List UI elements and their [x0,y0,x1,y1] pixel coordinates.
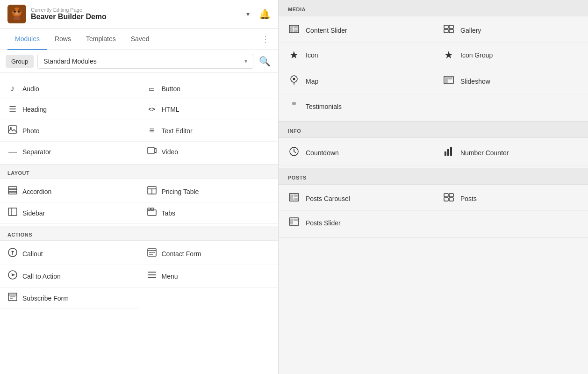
module-audio[interactable]: Audio [0,79,139,99]
module-html[interactable]: <> HTML [139,99,279,120]
svg-rect-66 [294,219,298,221]
search-button[interactable]: 🔍 [257,54,272,69]
group-select-dropdown[interactable]: Standard Modules ▾ [37,54,253,69]
tab-saved[interactable]: Saved [123,29,157,50]
module-button[interactable]: Button [139,79,279,99]
module-slideshow-label: Slideshow [460,78,490,85]
svg-rect-40 [444,25,448,29]
tab-rows[interactable]: Rows [47,29,79,50]
module-content-slider[interactable]: Content Slider [279,18,433,43]
module-contact-form-label: Contact Form [162,250,201,258]
module-heading[interactable]: Heading [0,99,139,120]
module-tabs[interactable]: Tabs [139,202,279,224]
group-select-text: Standard Modules [43,58,97,65]
module-call-to-action[interactable]: Call to Action [0,265,139,288]
svg-rect-41 [449,25,453,29]
module-separator[interactable]: Separator [0,142,139,162]
module-photo-label: Photo [22,127,40,135]
svg-rect-21 [151,208,154,210]
svg-rect-38 [294,26,298,29]
svg-point-4 [14,11,16,13]
module-text-editor[interactable]: Text Editor [139,120,279,142]
media-section-label: MEDIA [279,0,588,16]
module-subscribe-form[interactable]: Subscribe Form [0,288,139,309]
module-testimonials[interactable]: " Testimonials [279,94,433,119]
module-menu-label: Menu [162,273,178,280]
module-subscribe-form-label: Subscribe Form [22,295,69,302]
cta-icon [7,270,18,282]
group-filter-row: Group Standard Modules ▾ 🔍 [0,50,278,73]
svg-rect-10 [148,147,154,154]
module-button-label: Button [162,85,180,93]
module-sidebar[interactable]: Sidebar [0,202,139,224]
module-posts-carousel-label: Posts Carousel [306,195,350,202]
module-callout[interactable]: Callout [0,243,139,265]
audio-icon [7,84,18,94]
module-content-slider-label: Content Slider [306,27,347,34]
svg-rect-63 [449,198,453,201]
content-slider-icon [288,25,300,36]
module-number-counter[interactable]: Number Counter [433,140,588,166]
svg-rect-20 [148,208,151,210]
actions-modules-grid: Callout Contact Form Call to Action Menu [0,241,278,311]
subscribe-form-icon [7,293,18,303]
notification-bell-icon[interactable]: 🔔 [259,8,271,20]
module-gallery[interactable]: Gallery [433,18,588,43]
module-posts-carousel[interactable]: Posts Carousel [279,187,433,211]
module-posts[interactable]: Posts [433,187,588,211]
module-map-label: Map [306,78,318,85]
module-map[interactable]: Map [279,68,433,94]
module-icon[interactable]: ★ Icon [279,43,433,68]
heading-icon [7,104,18,115]
module-video[interactable]: Video [139,142,279,162]
module-posts-slider-label: Posts Slider [306,219,341,227]
number-counter-icon [443,147,455,158]
svg-rect-7 [14,16,20,20]
module-menu[interactable]: Menu [139,265,279,288]
svg-rect-12 [8,189,17,192]
header-text: Currently Editing Page Beaver Builder De… [31,7,243,21]
posts-slider-icon [288,217,300,228]
tab-templates[interactable]: Templates [79,29,123,50]
module-accordion-label: Accordion [22,188,51,195]
module-separator-label: Separator [22,148,51,156]
module-contact-form[interactable]: Contact Form [139,243,279,265]
group-label-button[interactable]: Group [6,55,34,68]
svg-rect-49 [448,77,452,79]
icon-group-icon: ★ [443,49,455,61]
svg-line-52 [294,151,296,153]
module-photo[interactable]: Photo [0,120,139,142]
layout-section-label: LAYOUT [0,164,278,179]
posts-section: POSTS Posts Carousel Posts Posts Slider [279,168,588,237]
svg-point-45 [293,78,295,80]
module-countdown[interactable]: Countdown [279,140,433,166]
module-pricing-table[interactable]: Pricing Table [139,181,279,202]
svg-rect-61 [449,194,453,197]
countdown-icon [288,146,300,159]
chevron-down-icon: ▾ [244,58,247,65]
nav-more-icon[interactable]: ⋮ [261,34,271,44]
tab-modules[interactable]: Modules [7,29,47,50]
svg-rect-19 [148,210,156,216]
module-tabs-label: Tabs [162,209,176,217]
slideshow-icon [443,76,455,86]
media-modules-grid: Content Slider Gallery ★ Icon ★ Icon Gro… [279,16,588,122]
gallery-icon [443,25,455,36]
tabs-icon [147,208,157,218]
page-name: Beaver Builder Demo [31,13,107,21]
module-posts-slider[interactable]: Posts Slider [279,211,433,235]
info-modules-grid: Countdown Number Counter [279,138,588,168]
separator-icon [7,147,18,157]
module-accordion[interactable]: Accordion [0,181,139,202]
header: Currently Editing Page Beaver Builder De… [0,0,278,29]
svg-rect-57 [290,194,293,200]
module-slideshow[interactable]: Slideshow [433,68,588,94]
module-icon-group[interactable]: ★ Icon Group [433,43,588,68]
button-icon [147,84,157,94]
svg-point-5 [18,11,20,13]
posts-icon [443,193,455,204]
header-chevron-icon[interactable]: ▾ [246,10,250,18]
svg-rect-43 [449,29,453,33]
module-sidebar-label: Sidebar [22,209,45,217]
svg-rect-60 [444,194,448,197]
